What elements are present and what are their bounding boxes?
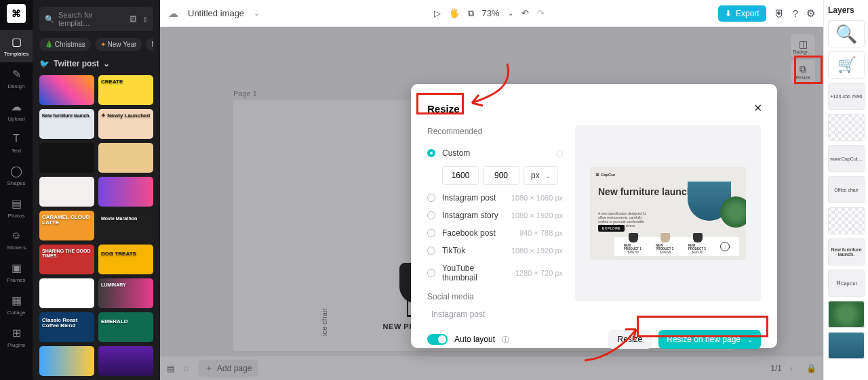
- preset-tiktok[interactable]: TikTok1080 × 1920 px: [427, 242, 563, 259]
- frames-icon: ▣: [12, 261, 22, 274]
- template-card[interactable]: New furniture launch.: [39, 109, 94, 139]
- rail-frames[interactable]: ▣Frames: [0, 256, 33, 289]
- info-icon[interactable]: ⓘ: [502, 335, 509, 345]
- stickers-icon: ☺: [11, 230, 22, 242]
- auto-layout-label: Auto layout: [454, 335, 495, 344]
- layer-thumb[interactable]: [828, 332, 865, 359]
- export-icon: ⬇: [725, 9, 732, 18]
- preset-facebook-post[interactable]: Facebook post940 × 788 px: [427, 224, 563, 242]
- layer-thumb[interactable]: [828, 207, 865, 234]
- layer-thumb[interactable]: [828, 114, 865, 141]
- rail-shapes[interactable]: ◯Shapes: [0, 159, 33, 192]
- template-card[interactable]: Classic Roast Coffee Blend: [39, 312, 94, 342]
- template-section-header[interactable]: 🐦 Twitter post ⌄: [39, 59, 153, 68]
- option-custom[interactable]: Custom ◌: [427, 144, 563, 162]
- unit-select[interactable]: px⌄: [524, 166, 558, 185]
- redo-icon[interactable]: ↷: [537, 8, 545, 18]
- document-title[interactable]: Untitled image: [188, 8, 244, 18]
- template-grid: CREATE New furniture launch. ✦ Newly Lau…: [39, 75, 153, 376]
- rail-design[interactable]: ✎Design: [0, 62, 33, 95]
- template-card[interactable]: EMERALD: [98, 312, 153, 342]
- recommended-section: Recommended: [427, 127, 563, 136]
- rail-upload[interactable]: ☁Upload: [0, 95, 33, 127]
- layer-thumb[interactable]: www.CapCut…: [828, 145, 865, 172]
- undo-icon[interactable]: ↶: [521, 8, 529, 18]
- app-logo[interactable]: ⌘: [7, 4, 26, 23]
- preset-youtube-thumbnail[interactable]: YouTube thumbnail1280 × 720 px: [427, 259, 563, 287]
- template-card[interactable]: CREATE: [98, 75, 153, 105]
- collage-icon: ▦: [12, 294, 22, 307]
- template-card[interactable]: ✦ Newly Launched: [98, 109, 153, 139]
- info-icon[interactable]: ◌: [556, 148, 563, 158]
- close-icon[interactable]: ✕: [753, 102, 762, 114]
- template-card[interactable]: LUMINARY: [98, 278, 153, 308]
- plugins-icon: ⊞: [12, 326, 21, 339]
- photos-icon: ▤: [12, 197, 22, 210]
- shapes-icon: ◯: [10, 165, 22, 177]
- template-card[interactable]: Movie Marathon: [98, 211, 153, 240]
- chevron-down-icon: ⌄: [747, 336, 753, 343]
- layer-thumb[interactable]: +123 456 7890: [828, 83, 865, 110]
- auto-layout-toggle[interactable]: [427, 334, 448, 345]
- template-card[interactable]: CARAMEL CLOUD LATTE: [39, 211, 94, 240]
- layer-thumb[interactable]: 🔍: [828, 20, 865, 47]
- top-bar: ☁ Untitled image ⌄ ▷ 🖐 ⧉ 73% ⌄ ↶ ↷ ⬇Expo…: [160, 0, 823, 27]
- template-card[interactable]: SHARING THE GOOD TIMES: [39, 245, 94, 274]
- hand-tool-icon[interactable]: 🖐: [449, 8, 460, 18]
- template-card[interactable]: DOG TREATS: [98, 245, 153, 274]
- chevron-down-icon[interactable]: ⌄: [254, 9, 260, 18]
- template-card[interactable]: [39, 75, 94, 105]
- chip-more[interactable]: Mo: [146, 38, 153, 51]
- shield-icon[interactable]: ⛨: [774, 7, 785, 19]
- height-input[interactable]: [483, 166, 519, 185]
- layer-thumb[interactable]: 🛒: [828, 51, 865, 79]
- upload-icon: ☁: [11, 100, 22, 113]
- template-card[interactable]: [98, 346, 153, 376]
- zoom-level[interactable]: 73%: [482, 8, 500, 18]
- template-card[interactable]: [39, 177, 94, 207]
- help-icon[interactable]: ?: [793, 7, 798, 19]
- layer-thumb[interactable]: New furniture launch.: [828, 238, 865, 266]
- resize-button[interactable]: Resize: [608, 330, 652, 349]
- rail-templates[interactable]: ▢Templates: [0, 30, 33, 62]
- filter-icon[interactable]: ⫿: [144, 15, 148, 23]
- resize-on-new-page-button[interactable]: Resize on new page⌄: [658, 330, 761, 349]
- export-button[interactable]: ⬇Export: [718, 5, 766, 22]
- template-search[interactable]: 🔍 Search for templat… 🖼 ⫿: [39, 7, 153, 31]
- rail-plugins[interactable]: ⊞Plugins: [0, 321, 33, 354]
- preset-instagram-story[interactable]: Instagram story1080 × 1920 px: [427, 207, 563, 224]
- chip-new-year[interactable]: ✦ New Year: [95, 38, 142, 51]
- layer-thumb[interactable]: Office chair: [828, 176, 865, 203]
- image-search-icon[interactable]: 🖼: [130, 15, 137, 23]
- cloud-icon[interactable]: ☁: [168, 7, 178, 20]
- layers-panel: Layers 🔍 🛒 +123 456 7890 www.CapCut… Off…: [823, 0, 868, 380]
- template-card[interactable]: [98, 143, 153, 173]
- layer-thumb[interactable]: ⌘ CapCut: [828, 270, 865, 297]
- chevron-down-icon[interactable]: ⌄: [508, 9, 513, 17]
- template-card[interactable]: [39, 278, 94, 308]
- rail-stickers[interactable]: ☺Stickers: [0, 224, 33, 256]
- left-nav-rail: ⌘ ▢Templates ✎Design ☁Upload TText ◯Shap…: [0, 0, 33, 380]
- templates-panel: 🔍 Search for templat… 🖼 ⫿ 🎄 Christmas ✦ …: [33, 0, 160, 380]
- templates-icon: ▢: [12, 35, 22, 48]
- template-card[interactable]: [39, 143, 94, 173]
- chip-christmas[interactable]: 🎄 Christmas: [39, 38, 91, 51]
- cursor-tool-icon[interactable]: ▷: [434, 8, 441, 18]
- preset-instagram-post[interactable]: Instagram post1080 × 1080 px: [427, 189, 563, 207]
- width-input[interactable]: [442, 166, 479, 185]
- modal-title: Resize: [427, 103, 761, 114]
- rail-collage[interactable]: ▦Collage: [0, 289, 33, 321]
- social-item[interactable]: Instagram post: [427, 310, 563, 319]
- twitter-icon: 🐦: [39, 59, 50, 68]
- rail-photos[interactable]: ▤Photos: [0, 192, 33, 224]
- chevron-down-icon: ⌄: [103, 59, 110, 68]
- layers-title: Layers: [828, 5, 864, 15]
- text-icon: T: [13, 133, 20, 145]
- crop-tool-icon[interactable]: ⧉: [468, 8, 474, 19]
- rail-text[interactable]: TText: [0, 127, 33, 159]
- settings-icon[interactable]: ⚙: [806, 7, 815, 20]
- template-card[interactable]: [98, 177, 153, 207]
- layer-thumb[interactable]: [828, 301, 865, 328]
- social-section: Social media: [427, 292, 563, 301]
- template-card[interactable]: [39, 346, 94, 376]
